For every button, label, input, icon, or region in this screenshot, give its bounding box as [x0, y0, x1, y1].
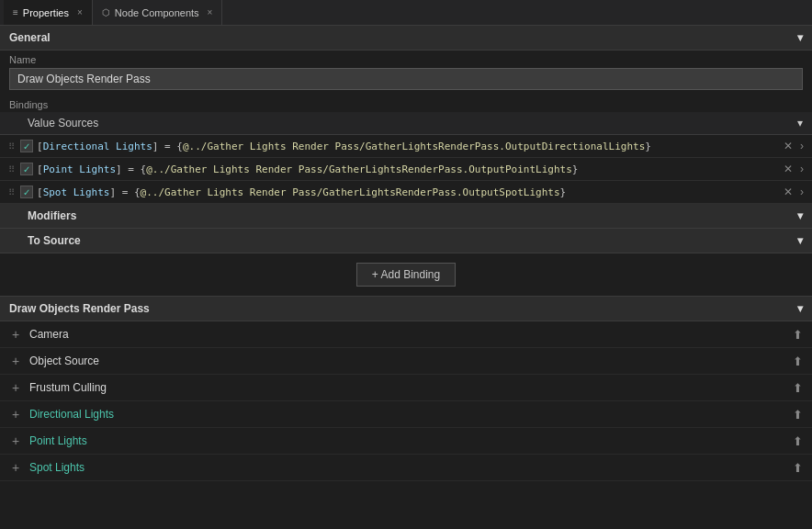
binding-actions-1: ✕ › [781, 139, 806, 153]
upload-icon-camera[interactable]: ⬆ [793, 328, 803, 342]
draw-objects-section-header[interactable]: Draw Objects Render Pass ▾ [0, 297, 812, 321]
drag-handle-icon[interactable]: ⠿ [6, 164, 17, 174]
to-source-section-label: To Source [28, 234, 81, 247]
binding-checkbox-2[interactable] [20, 163, 33, 175]
binding-actions-2: ✕ › [781, 162, 806, 176]
binding-checkbox-3[interactable] [20, 186, 33, 198]
binding-remove-2[interactable]: ✕ [781, 162, 795, 176]
list-item: + Spot Lights ⬆ [0, 455, 812, 481]
add-binding-button[interactable]: + Add Binding [356, 263, 456, 287]
upload-icon-frustum-culling[interactable]: ⬆ [793, 381, 803, 395]
binding-text-2: [Point Lights] = {@../Gather Lights Rend… [37, 163, 777, 175]
binding-arrow-2[interactable]: › [797, 162, 806, 176]
binding-text-1: [Directional Lights] = {@../Gather Light… [37, 141, 777, 152]
binding-text-3: [Spot Lights] = {@../Gather Lights Rende… [37, 186, 777, 198]
property-name-directional-lights[interactable]: Directional Lights [29, 408, 785, 421]
general-chevron-icon: ▾ [797, 31, 803, 44]
tab-properties[interactable]: ≡ Properties × [4, 0, 93, 25]
list-item: + Directional Lights ⬆ [0, 401, 812, 428]
tab-node-components-label: Node Components [115, 7, 199, 18]
plus-icon[interactable]: + [9, 354, 22, 368]
draw-objects-chevron-icon: ▾ [797, 302, 803, 315]
upload-icon-directional-lights[interactable]: ⬆ [793, 408, 803, 422]
list-item: + Point Lights ⬆ [0, 428, 812, 455]
binding-arrow-1[interactable]: › [797, 139, 806, 153]
tab-properties-close[interactable]: × [77, 7, 83, 17]
property-name-point-lights[interactable]: Point Lights [29, 434, 785, 447]
to-source-section-header[interactable]: To Source ▾ [0, 229, 812, 253]
value-sources-chevron-icon: ▾ [797, 117, 803, 129]
tab-node-components-close[interactable]: × [208, 7, 213, 17]
binding-row: ⠿ [Point Lights] = {@../Gather Lights Re… [0, 158, 812, 181]
property-name-object-source: Object Source [29, 355, 785, 367]
upload-icon-point-lights[interactable]: ⬆ [793, 434, 803, 448]
binding-checkbox-1[interactable] [20, 140, 33, 152]
tab-bar: ≡ Properties × ⬡ Node Components × [0, 0, 812, 26]
list-item: + Frustum Culling ⬆ [0, 375, 812, 401]
name-value[interactable]: Draw Objects Render Pass [9, 68, 803, 90]
drag-handle-icon[interactable]: ⠿ [6, 187, 17, 197]
properties-icon: ≡ [13, 7, 18, 17]
draw-objects-section: Draw Objects Render Pass ▾ + Camera ⬆ + … [0, 297, 812, 481]
draw-objects-section-label: Draw Objects Render Pass [9, 302, 150, 315]
modifiers-section-label: Modifiers [28, 209, 76, 222]
tab-properties-label: Properties [23, 7, 69, 18]
node-components-icon: ⬡ [102, 7, 110, 17]
bindings-label: Bindings [0, 94, 812, 112]
modifiers-chevron-icon: ▾ [797, 209, 803, 222]
upload-icon-spot-lights[interactable]: ⬆ [793, 461, 803, 475]
plus-icon[interactable]: + [9, 380, 22, 395]
plus-icon[interactable]: + [9, 460, 22, 475]
property-name-frustum-culling: Frustum Culling [29, 381, 785, 394]
general-section-header[interactable]: General ▾ [0, 26, 812, 51]
plus-icon[interactable]: + [9, 407, 22, 422]
main-content: General ▾ Name Draw Objects Render Pass … [0, 26, 812, 529]
binding-row: ⠿ [Directional Lights] = {@../Gather Lig… [0, 135, 812, 158]
value-sources-header[interactable]: Value Sources ▾ [0, 112, 812, 135]
binding-row: ⠿ [Spot Lights] = {@../Gather Lights Ren… [0, 181, 812, 204]
add-binding-row: + Add Binding [0, 253, 812, 297]
upload-icon-object-source[interactable]: ⬆ [793, 355, 803, 368]
binding-rows-container: ⠿ [Directional Lights] = {@../Gather Lig… [0, 135, 812, 204]
to-source-chevron-icon: ▾ [797, 234, 803, 247]
binding-actions-3: ✕ › [781, 185, 806, 199]
binding-remove-3[interactable]: ✕ [781, 185, 795, 199]
modifiers-section-header[interactable]: Modifiers ▾ [0, 204, 812, 229]
tab-node-components[interactable]: ⬡ Node Components × [93, 0, 223, 25]
name-field-row: Name Draw Objects Render Pass [0, 51, 812, 94]
value-sources-label: Value Sources [28, 117, 98, 129]
list-item: + Object Source ⬆ [0, 348, 812, 375]
general-section-label: General [9, 31, 51, 44]
property-name-spot-lights[interactable]: Spot Lights [29, 461, 785, 474]
property-name-camera: Camera [29, 328, 785, 341]
drag-handle-icon[interactable]: ⠿ [6, 141, 17, 152]
plus-icon[interactable]: + [9, 433, 22, 448]
binding-remove-1[interactable]: ✕ [781, 139, 795, 153]
list-item: + Camera ⬆ [0, 321, 812, 348]
binding-arrow-3[interactable]: › [797, 185, 806, 199]
name-label: Name [9, 54, 803, 65]
plus-icon[interactable]: + [9, 327, 22, 342]
